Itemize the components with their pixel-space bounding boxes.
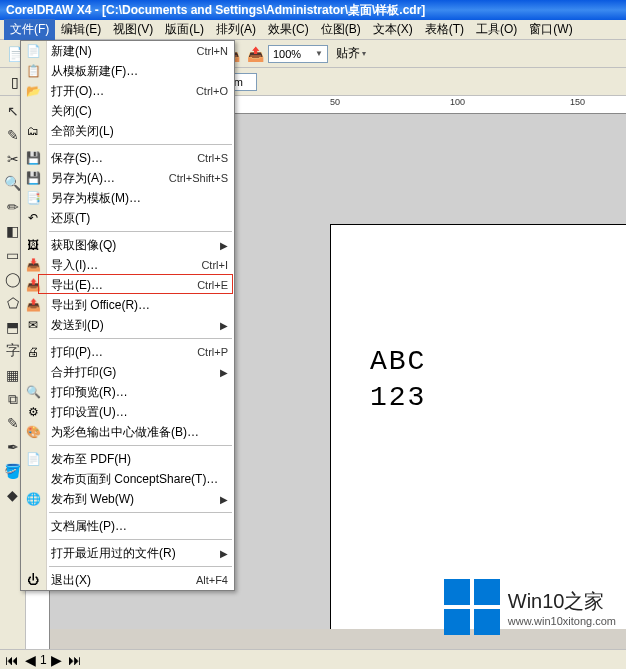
menu-item[interactable]: 🖼获取图像(Q)▶ xyxy=(47,235,234,255)
menu-item-label: 退出(X) xyxy=(51,572,196,589)
menu-item-icon: 📥 xyxy=(25,257,41,273)
menu-item-icon: ⏻ xyxy=(25,572,41,588)
menu-item-label: 打印(P)… xyxy=(51,344,197,361)
menu-item-icon: 📤 xyxy=(25,297,41,313)
app-title: CorelDRAW X4 - [C:\Documents and Setting… xyxy=(6,3,425,17)
menu-item-icon: ✉ xyxy=(25,317,41,333)
menu-item[interactable]: 📥导入(I)…Ctrl+I xyxy=(47,255,234,275)
menu-item[interactable]: 打开最近用过的文件(R)▶ xyxy=(47,543,234,563)
status-bar: ⏮ ◀ 1 ▶ ⏭ xyxy=(0,649,626,669)
menu-item-icon: ↶ xyxy=(25,210,41,226)
menu-item-label: 导出到 Office(R)… xyxy=(51,297,228,314)
menu-item-shortcut: Ctrl+Shift+S xyxy=(169,172,228,184)
menu-item-label: 合并打印(G) xyxy=(51,364,216,381)
menu-item[interactable]: ⚙打印设置(U)… xyxy=(47,402,234,422)
menu-item[interactable]: 💾保存(S)…Ctrl+S xyxy=(47,148,234,168)
watermark: Win10之家 www.win10xitong.com xyxy=(444,579,616,635)
menu-item[interactable]: 📄新建(N)Ctrl+N xyxy=(47,41,234,61)
menu-item[interactable]: 📤导出到 Office(R)… xyxy=(47,295,234,315)
menu-item[interactable]: 关闭(C) xyxy=(47,101,234,121)
chevron-down-icon: ▾ xyxy=(362,49,366,58)
menu-item[interactable]: 📋从模板新建(F)… xyxy=(47,61,234,81)
menu-item-shortcut: Ctrl+P xyxy=(197,346,228,358)
menu-item[interactable]: 发布页面到 ConceptShare(T)… xyxy=(47,469,234,489)
watermark-title: Win10之家 xyxy=(508,588,616,615)
menu-item[interactable]: 💾另存为(A)…Ctrl+Shift+S xyxy=(47,168,234,188)
menu-file[interactable]: 文件(F) xyxy=(4,19,55,40)
menu-item-label: 发布到 Web(W) xyxy=(51,491,216,508)
menu-item[interactable]: 📂打开(O)…Ctrl+O xyxy=(47,81,234,101)
menu-item-icon: 🖨 xyxy=(25,344,41,360)
menu-item-shortcut: Ctrl+I xyxy=(201,259,228,271)
menu-item[interactable]: 📑另存为模板(M)… xyxy=(47,188,234,208)
menu-window[interactable]: 窗口(W) xyxy=(523,19,578,40)
menu-item-icon xyxy=(25,471,41,487)
menu-item[interactable]: 合并打印(G)▶ xyxy=(47,362,234,382)
menu-item[interactable]: 📤导出(E)…Ctrl+E xyxy=(47,275,234,295)
menu-separator xyxy=(49,539,232,540)
menu-item-label: 打开(O)… xyxy=(51,83,196,100)
menu-effects[interactable]: 效果(C) xyxy=(262,19,315,40)
zoom-combo[interactable]: 100% ▼ xyxy=(268,45,328,63)
menu-item-shortcut: Alt+F4 xyxy=(196,574,228,586)
prev-page-icon[interactable]: ◀ xyxy=(22,652,38,668)
menu-item-label: 新建(N) xyxy=(51,43,197,60)
menu-layout[interactable]: 版面(L) xyxy=(159,19,210,40)
submenu-arrow-icon: ▶ xyxy=(220,320,228,331)
title-bar: CorelDRAW X4 - [C:\Documents and Setting… xyxy=(0,0,626,20)
menu-bitmaps[interactable]: 位图(B) xyxy=(315,19,367,40)
submenu-arrow-icon: ▶ xyxy=(220,494,228,505)
menu-item[interactable]: ⏻退出(X)Alt+F4 xyxy=(47,570,234,590)
menu-item-shortcut: Ctrl+N xyxy=(197,45,228,57)
menu-item-label: 另存为(A)… xyxy=(51,170,169,187)
menu-item-icon: 📋 xyxy=(25,63,41,79)
menu-item[interactable]: 🌐发布到 Web(W)▶ xyxy=(47,489,234,509)
export-icon[interactable]: 📤 xyxy=(244,43,266,65)
snap-label[interactable]: 贴齐 xyxy=(336,45,360,62)
menu-item[interactable]: 文档属性(P)… xyxy=(47,516,234,536)
menu-item[interactable]: 🎨为彩色输出中心做准备(B)… xyxy=(47,422,234,442)
submenu-arrow-icon: ▶ xyxy=(220,367,228,378)
menu-text[interactable]: 文本(X) xyxy=(367,19,419,40)
menu-item-label: 保存(S)… xyxy=(51,150,197,167)
menu-item[interactable]: 🔍打印预览(R)… xyxy=(47,382,234,402)
menu-item-icon xyxy=(25,518,41,534)
canvas-text-line1: ABC xyxy=(370,344,426,380)
menu-item[interactable]: ✉发送到(D)▶ xyxy=(47,315,234,335)
menu-item-icon: 📂 xyxy=(25,83,41,99)
menu-item-label: 全部关闭(L) xyxy=(51,123,228,140)
menu-item-label: 为彩色输出中心做准备(B)… xyxy=(51,424,228,441)
menu-item-label: 另存为模板(M)… xyxy=(51,190,228,207)
next-page-icon[interactable]: ▶ xyxy=(49,652,65,668)
menu-item[interactable]: ↶还原(T) xyxy=(47,208,234,228)
menu-item-icon: ⚙ xyxy=(25,404,41,420)
menu-item-icon: 🔍 xyxy=(25,384,41,400)
menu-item[interactable]: 📄发布至 PDF(H) xyxy=(47,449,234,469)
menu-item-label: 发送到(D) xyxy=(51,317,216,334)
menu-item-label: 从模板新建(F)… xyxy=(51,63,228,80)
first-page-icon[interactable]: ⏮ xyxy=(4,652,20,668)
menu-separator xyxy=(49,231,232,232)
menu-arrange[interactable]: 排列(A) xyxy=(210,19,262,40)
menu-table[interactable]: 表格(T) xyxy=(419,19,470,40)
menu-item-label: 获取图像(Q) xyxy=(51,237,216,254)
menu-separator xyxy=(49,512,232,513)
menu-item[interactable]: 🗂全部关闭(L) xyxy=(47,121,234,141)
menu-item-icon xyxy=(25,103,41,119)
menu-tools[interactable]: 工具(O) xyxy=(470,19,523,40)
menu-item[interactable]: 🖨打印(P)…Ctrl+P xyxy=(47,342,234,362)
menu-item-shortcut: Ctrl+O xyxy=(196,85,228,97)
menu-view[interactable]: 视图(V) xyxy=(107,19,159,40)
menu-item-shortcut: Ctrl+E xyxy=(197,279,228,291)
menu-item-label: 发布至 PDF(H) xyxy=(51,451,228,468)
canvas-text[interactable]: ABC 123 xyxy=(370,344,426,417)
page[interactable] xyxy=(330,224,626,629)
menu-separator xyxy=(49,566,232,567)
chevron-down-icon: ▼ xyxy=(315,49,323,58)
menu-item-label: 导出(E)… xyxy=(51,277,197,294)
windows-logo-icon xyxy=(444,579,500,635)
menu-item-icon xyxy=(25,545,41,561)
last-page-icon[interactable]: ⏭ xyxy=(67,652,83,668)
menu-bar: 文件(F) 编辑(E) 视图(V) 版面(L) 排列(A) 效果(C) 位图(B… xyxy=(0,20,626,40)
menu-edit[interactable]: 编辑(E) xyxy=(55,19,107,40)
